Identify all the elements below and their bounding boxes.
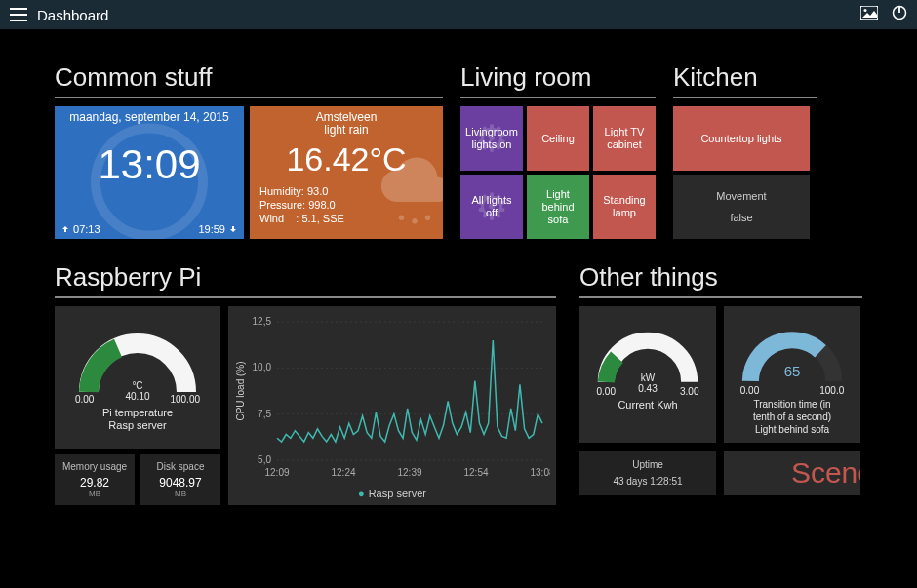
svg-point-5	[412, 218, 417, 223]
living-button-2[interactable]: Light TV cabinet	[593, 106, 656, 171]
cpu-load-chart[interactable]: 5,07,510,012,5CPU load (%)12:0912:2412:3…	[228, 306, 556, 505]
gauge-caption-3: Light behind sofa	[753, 423, 831, 436]
scene-tile[interactable]: Scene	[724, 451, 860, 495]
mini-label: Memory usage	[62, 461, 127, 472]
living-button-1[interactable]: Ceiling	[527, 106, 589, 171]
pi-temperature-gauge[interactable]: °C 40.10 0.00 100.00 Pi temperature Rasp…	[55, 306, 220, 449]
disk-space-tile[interactable]: Disk space 9048.97 MB	[140, 454, 220, 505]
gauge-min: 0.00	[75, 394, 94, 405]
button-label: Standing lamp	[597, 194, 652, 219]
svg-text:13:08: 13:08	[530, 467, 550, 478]
living-button-3[interactable]: ⚙All lights off	[460, 175, 523, 239]
current-kwh-gauge[interactable]: kW 0.43 0.00 3.00 Current Kwh	[579, 306, 716, 443]
svg-text:12,5: 12,5	[253, 316, 272, 327]
svg-text:CPU load (%): CPU load (%)	[235, 361, 246, 420]
gauge-caption-1: Transition time (in	[753, 398, 831, 411]
svg-point-4	[399, 216, 404, 220]
button-label: Ceiling	[541, 133, 575, 145]
gauge-max: 100.0	[819, 385, 844, 396]
svg-text:12:09: 12:09	[264, 467, 289, 478]
svg-point-6	[425, 216, 430, 220]
mini-value: 29.82	[80, 476, 109, 490]
clock-date: maandag, september 14, 2015	[55, 106, 244, 124]
button-label: Light behind sofa	[531, 188, 585, 226]
movement-value: false	[730, 212, 752, 223]
gauge-max: 3.00	[680, 386, 698, 397]
transition-time-gauge[interactable]: 65 0.00 100.0 Transition time (in tenth …	[724, 306, 860, 443]
button-label: Light TV cabinet	[597, 126, 652, 151]
svg-text:7,5: 7,5	[258, 409, 271, 419]
gauge-caption-2: tenth of a second)	[753, 411, 831, 423]
svg-text:12:24: 12:24	[331, 467, 355, 478]
svg-text:10,0: 10,0	[253, 362, 272, 372]
cloud-icon	[371, 149, 443, 239]
svg-text:5,0: 5,0	[258, 454, 271, 465]
svg-text:12:39: 12:39	[397, 467, 421, 478]
clock-tile[interactable]: maandag, september 14, 2015 13:09 07:13 …	[55, 106, 244, 239]
gauge-caption-2: Rasp server	[102, 419, 173, 432]
weather-condition: light rain	[259, 123, 433, 137]
section-title-raspi: Raspberry Pi	[55, 262, 556, 293]
weather-tile[interactable]: Amstelveen light rain 16.42°C Humidity: …	[250, 106, 443, 239]
living-room-grid: ⚙Livingroom lights onCeilingLight TV cab…	[460, 106, 656, 239]
gear-icon: ⚙	[475, 133, 508, 145]
gauge-min: 0.00	[597, 386, 616, 397]
gauge-caption: Current Kwh	[618, 399, 677, 412]
mini-unit: MB	[89, 490, 100, 498]
movement-tile: Movement false	[673, 175, 810, 239]
weather-location: Amstelveen	[259, 110, 433, 124]
countertop-lights-button[interactable]: Countertop lights	[673, 106, 810, 171]
top-bar: Dashboard	[0, 0, 917, 29]
mini-unit: MB	[175, 490, 186, 498]
image-icon[interactable]	[860, 6, 878, 23]
section-title-common: Common stuff	[55, 62, 443, 93]
sunrise-time: 07:13	[60, 223, 100, 235]
living-button-5[interactable]: Standing lamp	[593, 175, 656, 239]
mini-label: Disk space	[157, 461, 205, 472]
gauge-value: 65	[784, 363, 801, 379]
menu-icon[interactable]	[10, 8, 27, 21]
mini-value: 9048.97	[159, 476, 201, 490]
uptime-label: Uptime	[632, 459, 663, 470]
svg-text:12:54: 12:54	[463, 467, 488, 478]
gauge-min: 0.00	[740, 385, 759, 396]
section-title-kitchen: Kitchen	[673, 62, 817, 93]
movement-label: Movement	[716, 190, 766, 202]
living-button-4[interactable]: Light behind sofa	[527, 175, 589, 239]
section-title-other: Other things	[579, 262, 862, 293]
gauge-caption-1: Pi temperature	[102, 407, 173, 419]
living-button-0[interactable]: ⚙Livingroom lights on	[460, 106, 523, 171]
power-icon[interactable]	[892, 5, 907, 24]
gauge-unit: °C	[125, 380, 149, 391]
sunset-time: 19:59	[198, 223, 238, 235]
chart-legend: Rasp server	[234, 488, 550, 499]
gauge-unit: kW	[638, 372, 657, 383]
page-title: Dashboard	[37, 7, 108, 23]
uptime-tile: Uptime 43 days 1:28:51	[579, 451, 716, 495]
section-title-living: Living room	[460, 62, 656, 93]
gauge-max: 100.00	[170, 394, 200, 405]
memory-usage-tile[interactable]: Memory usage 29.82 MB	[55, 454, 135, 505]
uptime-value: 43 days 1:28:51	[613, 476, 682, 487]
svg-point-1	[864, 9, 867, 12]
gear-icon: ⚙	[475, 201, 508, 214]
